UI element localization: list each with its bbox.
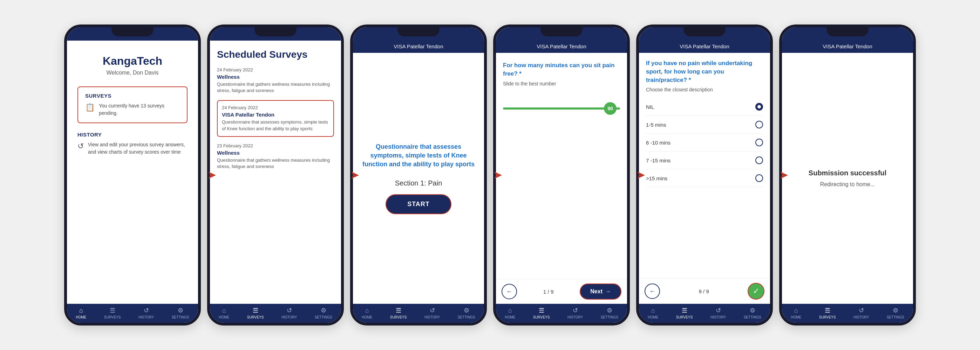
surveys-icon-nav-6: ☰ (825, 307, 830, 314)
question-text-4: For how many minutes can you sit pain fr… (503, 61, 620, 78)
surveys-section-label: SURVEYS (85, 93, 180, 99)
nav-settings-label-5: SETTINGS (744, 315, 761, 319)
page-sep-4: / (548, 289, 550, 295)
redirect-text: Redirecting to home... (820, 181, 875, 188)
radio-option-3[interactable]: 7 -15 mins (646, 152, 763, 169)
surveys-page-title: Scheduled Surveys (217, 49, 334, 60)
phone-5: VISA Patellar Tendon If you have no pain… (636, 24, 773, 326)
survey-date-3: 23 February 2022 (217, 143, 334, 149)
screen-radio: If you have no pain while undertaking sp… (639, 53, 770, 278)
bottom-nav-2: ⌂ HOME ☰ SURVEYS ↺ HISTORY ⚙ SETTINGS (210, 304, 341, 323)
back-button-5[interactable]: ← (644, 283, 660, 299)
surveys-row: 📋 You currently have 13 surveys pending. (85, 102, 180, 117)
nav-surveys-label-4: SURVEYS (533, 315, 550, 319)
radio-dot-0 (757, 105, 761, 109)
next-button[interactable]: Next → (580, 283, 621, 299)
nav-settings-5[interactable]: ⚙ SETTINGS (744, 307, 761, 319)
start-button[interactable]: START (385, 194, 452, 214)
nav-surveys-1[interactable]: ☰ SURVEYS (104, 307, 121, 319)
question-text-5: If you have no pain while undertaking sp… (646, 59, 763, 84)
home-icon-nav: ⌂ (79, 307, 83, 314)
surveys-icon-nav: ☰ (110, 307, 115, 314)
surveys-card: SURVEYS 📋 You currently have 13 surveys … (78, 86, 188, 123)
nav-home-3[interactable]: ⌂ HOME (362, 307, 372, 319)
home-icon-nav-5: ⌂ (651, 307, 655, 314)
radio-option-4[interactable]: >15 mins (646, 169, 763, 187)
phone-frame-1: KangaTech Welcome, Don Davis SURVEYS 📋 Y… (64, 24, 201, 326)
nav-home-2[interactable]: ⌂ HOME (219, 307, 229, 319)
slider-container[interactable]: 90 (503, 108, 620, 109)
nav-surveys-6[interactable]: ☰ SURVEYS (819, 307, 836, 319)
nav-settings-label-6: SETTINGS (887, 315, 904, 319)
notch-5 (684, 27, 725, 36)
bottom-nav-3: ⌂ HOME ☰ SURVEYS ↺ HISTORY ⚙ SETTINGS (353, 304, 484, 323)
back-button-4[interactable]: ← (501, 284, 517, 299)
radio-option-2[interactable]: 6 -10 mins (646, 134, 763, 152)
nav-history-label-1: HISTORY (138, 315, 154, 319)
settings-icon-nav-6: ⚙ (893, 307, 898, 314)
nav-home-4[interactable]: ⌂ HOME (505, 307, 515, 319)
radio-circle-3 (755, 157, 763, 164)
page-sep-5: / (703, 288, 706, 295)
nav-surveys-label-5: SURVEYS (676, 315, 693, 319)
radio-circle-0 (755, 103, 763, 111)
header-bar-6: VISA Patellar Tendon (782, 41, 913, 53)
surveys-icon-nav-2: ☰ (253, 307, 258, 314)
header-bar-5: VISA Patellar Tendon (639, 41, 770, 53)
phone-1: KangaTech Welcome, Don Davis SURVEYS 📋 Y… (64, 24, 201, 326)
nav-history-1[interactable]: ↺ HISTORY (138, 307, 154, 319)
nav-home-label-5: HOME (648, 315, 658, 319)
nav-settings-label-3: SETTINGS (458, 315, 475, 319)
survey-desc-3: Questionnaire that gathers wellness meas… (217, 157, 334, 170)
home-icon-nav-6: ⌂ (794, 307, 798, 314)
nav-history-6[interactable]: ↺ HISTORY (853, 307, 869, 319)
nav-settings-2[interactable]: ⚙ SETTINGS (315, 307, 332, 319)
history-icon-nav: ↺ (144, 307, 149, 314)
slider-value: 90 (608, 106, 613, 111)
survey-desc-1: Questionnaire that gathers wellness meas… (217, 81, 334, 94)
radio-option-1[interactable]: 1-5 mins (646, 116, 763, 134)
nav-surveys-5[interactable]: ☰ SURVEYS (676, 307, 693, 319)
screen-intro: Questionnaire that assesses symptoms, si… (353, 53, 484, 304)
home-icon-nav-2: ⌂ (222, 307, 226, 314)
radio-circle-4 (755, 174, 763, 182)
surveys-text: You currently have 13 surveys pending. (99, 102, 180, 117)
survey-item-3[interactable]: 23 February 2022 Wellness Questionnaire … (217, 143, 334, 170)
nav-settings-3[interactable]: ⚙ SETTINGS (458, 307, 475, 319)
nav-home-6[interactable]: ⌂ HOME (791, 307, 801, 319)
home-icon-nav-3: ⌂ (365, 307, 369, 314)
nav-surveys-4[interactable]: ☰ SURVEYS (533, 307, 550, 319)
phone-3: VISA Patellar Tendon Questionnaire that … (350, 24, 487, 326)
page-indicator-5: 9 / 9 (698, 288, 709, 295)
survey-name-3: Wellness (217, 150, 334, 156)
surveys-icon-nav-4: ☰ (539, 307, 544, 314)
nav-surveys-label-1: SURVEYS (104, 315, 121, 319)
bottom-nav-5: ⌂ HOME ☰ SURVEYS ↺ HISTORY ⚙ SETTINGS (639, 304, 770, 323)
nav-history-4[interactable]: ↺ HISTORY (568, 307, 583, 319)
nav-history-label-3: HISTORY (425, 315, 440, 319)
nav-home-1[interactable]: ⌂ HOME (76, 307, 86, 319)
history-icon-nav-5: ↺ (716, 307, 721, 314)
nav-history-3[interactable]: ↺ HISTORY (425, 307, 440, 319)
survey-item-1[interactable]: 24 February 2022 Wellness Questionnaire … (217, 67, 334, 94)
phone-frame-5: VISA Patellar Tendon If you have no pain… (636, 24, 773, 326)
radio-label-3: 7 -15 mins (646, 157, 670, 163)
nav-settings-4[interactable]: ⚙ SETTINGS (601, 307, 618, 319)
welcome-text: Welcome, Don Davis (78, 70, 188, 76)
nav-settings-6[interactable]: ⚙ SETTINGS (887, 307, 904, 319)
nav-surveys-2[interactable]: ☰ SURVEYS (247, 307, 264, 319)
nav-settings-1[interactable]: ⚙ SETTINGS (172, 307, 189, 319)
nav-history-2[interactable]: ↺ HISTORY (282, 307, 297, 319)
submit-button[interactable]: ✓ (748, 283, 764, 299)
radio-option-0[interactable]: NIL (646, 98, 763, 116)
nav-surveys-3[interactable]: ☰ SURVEYS (390, 307, 407, 319)
nav-history-5[interactable]: ↺ HISTORY (711, 307, 726, 319)
radio-circle-1 (755, 121, 763, 128)
nav-home-5[interactable]: ⌂ HOME (648, 307, 658, 319)
question-hint-5: Choose the closest description (646, 87, 763, 92)
arrow-1: ➤ (207, 169, 216, 181)
settings-icon-nav-2: ⚙ (321, 307, 326, 314)
home-content: KangaTech Welcome, Don Davis SURVEYS 📋 Y… (67, 41, 198, 304)
survey-item-2[interactable]: 24 February 2022 VISA Patellar Tendon Qu… (217, 100, 334, 136)
screen-home: KangaTech Welcome, Don Davis SURVEYS 📋 Y… (67, 41, 198, 304)
